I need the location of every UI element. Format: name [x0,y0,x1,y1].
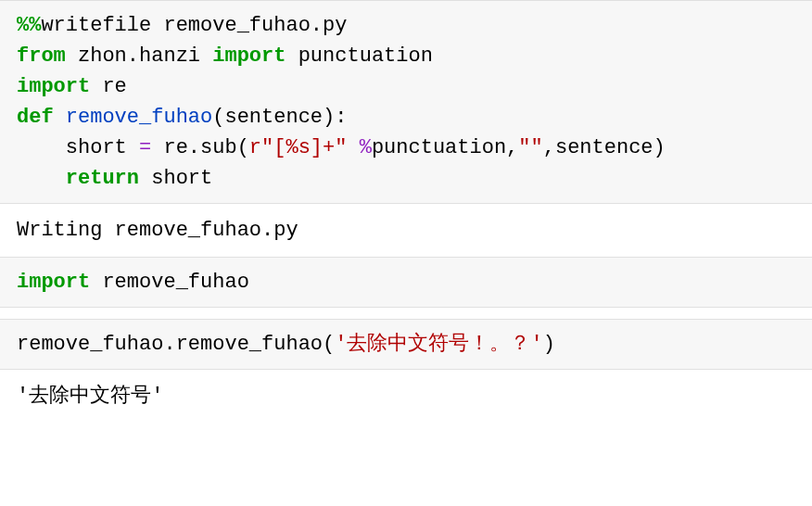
module-path: zhon.hanzi [66,44,212,68]
output-text-3: '去除中文符号' [17,381,795,411]
import-name: punctuation [285,44,432,68]
args-rest2: ,sentence) [543,136,666,159]
output-cell-3: '去除中文符号' [0,370,812,423]
line-assign: short [17,136,139,159]
code-block-2: import remove_fuhao [17,267,795,297]
kw-def: def [17,106,54,129]
call-arg: '去除中文符号！。？' [335,333,542,356]
import-re: re [90,75,127,98]
magic-token: %% [17,14,41,37]
magic-cmd: writefile remove_fuhao.py [41,14,347,37]
code-cell-1: %%writefile remove_fuhao.py from zhon.ha… [0,0,812,204]
kw-import: import [212,44,285,68]
function-sig: (sentence): [212,106,347,129]
kw-return: return [66,167,139,190]
indent-return [17,167,66,190]
import-module: remove_fuhao [90,271,249,294]
output-cell-2-empty [0,308,812,319]
output-text-1: Writing remove_fuhao.py [17,215,795,246]
str-pattern: r"[%s]+" [249,136,348,159]
code-cell-3: remove_fuhao.remove_fuhao('去除中文符号！。？') [0,319,812,370]
op-pct: % [347,136,371,159]
function-name: remove_fuhao [54,106,213,129]
code-block-1: %%writefile remove_fuhao.py from zhon.ha… [17,10,795,194]
kw-from: from [17,44,66,68]
kw-import2: import [17,75,90,98]
kw-import3: import [17,271,90,294]
return-val: short [139,167,212,190]
str-empty: "" [518,136,542,159]
call-prefix: remove_fuhao.remove_fuhao( [17,333,335,356]
op-eq: = [139,136,151,159]
code-block-3: remove_fuhao.remove_fuhao('去除中文符号！。？') [17,329,795,360]
code-cell-2: import remove_fuhao [0,257,812,308]
call-resub: re.sub( [151,136,249,159]
output-cell-1: Writing remove_fuhao.py [0,204,812,257]
call-suffix: ) [543,333,555,356]
args-rest1: punctuation, [372,136,518,159]
